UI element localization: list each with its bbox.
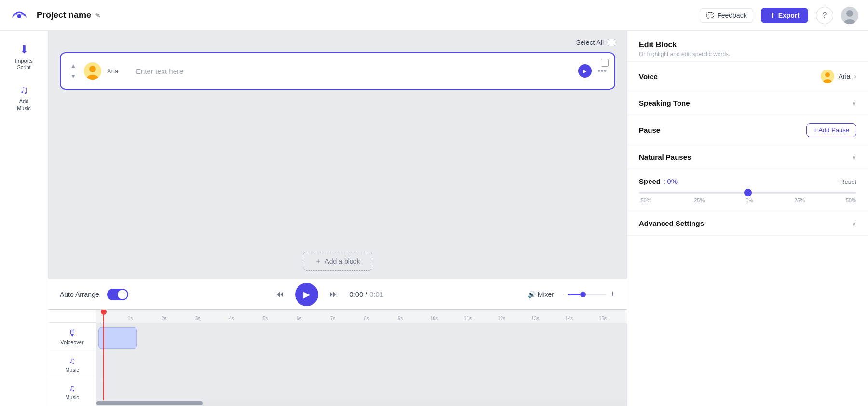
center-column: Select All ▲ ▼ xyxy=(48,31,627,406)
speed-reset-link[interactable]: Reset xyxy=(840,178,856,185)
svg-point-8 xyxy=(825,72,830,77)
timeline-ruler: 1s 2s 3s 4s 5s 6s 7s 8s 9s 10s 11s 12s 1… xyxy=(96,310,627,323)
feedback-label: Feedback xyxy=(717,12,746,19)
feedback-button[interactable]: 💬 Feedback xyxy=(700,8,753,23)
natural-pauses-section: Natural Pauses ∨ xyxy=(627,145,868,169)
script-topbar: Select All xyxy=(48,31,627,52)
header-right: 💬 Feedback ⬆ Export ? xyxy=(700,7,858,24)
zoom-in-button[interactable]: + xyxy=(610,289,615,299)
add-pause-button[interactable]: + Add Pause xyxy=(806,123,856,137)
natural-pauses-chevron: ∨ xyxy=(852,154,856,161)
export-label: Export xyxy=(778,12,800,19)
header: Project name ✎ 💬 Feedback ⬆ Export ? xyxy=(0,0,868,31)
speed-slider-container xyxy=(639,192,856,194)
ruler-tick-3s: 3s xyxy=(195,316,201,321)
timeline-scrollbar-thumb[interactable] xyxy=(96,401,203,405)
ruler-tick-12s: 12s xyxy=(498,316,505,321)
add-block-plus-icon: ＋ xyxy=(315,257,322,266)
timeline-tracks-cursor[interactable] xyxy=(103,323,104,400)
timeline-scrollbar[interactable] xyxy=(96,400,627,406)
script-block: ▲ ▼ Aria xyxy=(60,52,615,90)
timeline-music1-track xyxy=(96,352,627,381)
sidebar-item-imports[interactable]: ⬇ ImportsScript xyxy=(4,39,44,75)
timeline-main: 1s 2s 3s 4s 5s 6s 7s 8s 9s 10s 11s 12s 1… xyxy=(96,310,627,406)
text-input[interactable]: Enter text here xyxy=(132,65,572,77)
timeline-cursor[interactable] xyxy=(103,310,104,323)
skip-forward-button[interactable]: ⏭ xyxy=(326,287,341,302)
zoom-out-button[interactable]: − xyxy=(559,289,564,299)
speaking-tone-section: Speaking Tone ∨ xyxy=(627,91,868,115)
right-panel-header: Edit Block Or highlight and edit specifi… xyxy=(627,31,868,62)
block-arrow-up[interactable]: ▲ xyxy=(68,61,78,70)
auto-arrange-toggle[interactable] xyxy=(107,289,128,300)
timeline-label-music-2[interactable]: ♫ Music xyxy=(48,378,96,406)
zoom-slider[interactable] xyxy=(568,294,606,295)
project-name: Project name xyxy=(37,10,91,20)
edit-project-name-icon[interactable]: ✎ xyxy=(95,12,101,19)
speed-slider-thumb[interactable] xyxy=(744,189,752,196)
mixer-text: Mixer xyxy=(538,291,554,298)
sidebar-item-add-music[interactable]: ♫ AddMusic xyxy=(4,79,44,116)
music1-track-label: Music xyxy=(65,367,79,373)
export-button[interactable]: ⬆ Export xyxy=(761,8,808,23)
add-block-label: Add a block xyxy=(325,257,360,265)
select-all-area[interactable]: Select All xyxy=(576,39,615,46)
ruler-tick-7s: 7s xyxy=(330,316,336,321)
timeline-label-voiceover[interactable]: 🎙 Voiceover xyxy=(48,323,96,350)
help-button[interactable]: ? xyxy=(816,7,833,24)
voice-selection: Aria › xyxy=(821,70,856,83)
speed-mid-label: 0% xyxy=(746,197,753,203)
script-editor: Select All ▲ ▼ xyxy=(48,31,627,279)
music1-track-icon: ♫ xyxy=(69,356,76,366)
help-icon: ? xyxy=(823,11,827,20)
advanced-settings-section[interactable]: Advanced Settings ∧ xyxy=(627,211,868,236)
voiceover-track-label: Voiceover xyxy=(60,339,83,345)
zoom-thumb[interactable] xyxy=(580,292,586,297)
natural-pauses-row[interactable]: Natural Pauses ∨ xyxy=(627,145,868,169)
ruler-tick-1s: 1s xyxy=(128,316,133,321)
zoom-controls: − + xyxy=(559,289,615,299)
bottom-controls: Auto Arrange ⏮ ▶ ⏭ 0:00 / 0:01 xyxy=(48,279,627,309)
speed-label-area: Speed : 0% xyxy=(639,177,678,186)
cursor-head xyxy=(101,310,107,315)
mixer-area: 🔊 Mixer − + xyxy=(528,289,615,299)
music2-track-label: Music xyxy=(65,394,79,400)
svg-point-2 xyxy=(846,10,853,17)
voiceover-block[interactable] xyxy=(98,327,137,349)
speaking-tone-row[interactable]: Speaking Tone ∨ xyxy=(627,91,868,115)
timeline-voiceover-track xyxy=(96,323,627,352)
right-panel-title: Edit Block xyxy=(639,41,856,49)
speed-value: 0% xyxy=(667,177,678,185)
imports-label: ImportsScript xyxy=(15,58,33,70)
add-pause-label: + Add Pause xyxy=(814,126,849,134)
speed-q3-label: 25% xyxy=(794,197,805,203)
timeline-label-music-1[interactable]: ♫ Music xyxy=(48,350,96,378)
user-avatar[interactable] xyxy=(841,7,858,24)
ruler-tick-13s: 13s xyxy=(531,316,539,321)
speed-section: Speed : 0% Reset -50% -25% 0% xyxy=(627,169,868,211)
block-more-button[interactable]: ••• xyxy=(597,66,607,76)
natural-pauses-label: Natural Pauses xyxy=(639,153,691,161)
add-block-button[interactable]: ＋ Add a block xyxy=(303,252,372,271)
add-block-area: ＋ Add a block xyxy=(48,244,627,279)
export-icon: ⬆ xyxy=(770,12,775,19)
voice-section-label: Voice xyxy=(639,72,658,81)
timeline-track-labels: 🎙 Voiceover ♫ Music ♫ Music xyxy=(48,310,96,406)
voice-chevron-right: › xyxy=(854,72,856,80)
speed-slider[interactable] xyxy=(639,192,856,194)
app-logo xyxy=(10,6,29,25)
voice-section-row[interactable]: Voice Aria › xyxy=(627,62,868,91)
skip-back-button[interactable]: ⏮ xyxy=(272,287,287,302)
block-arrows: ▲ ▼ xyxy=(68,61,78,81)
speed-max-label: 50% xyxy=(846,197,856,203)
speed-q1-label: -25% xyxy=(692,197,705,203)
timeline-music2-track xyxy=(96,381,627,400)
block-checkbox[interactable] xyxy=(601,59,609,67)
block-arrow-down[interactable]: ▼ xyxy=(68,71,78,81)
svg-point-0 xyxy=(17,14,21,18)
play-button[interactable]: ▶ xyxy=(295,283,318,306)
block-play-button[interactable]: ▶ xyxy=(578,64,592,78)
select-all-checkbox[interactable] xyxy=(608,39,615,46)
voice-avatar xyxy=(84,62,101,80)
speed-label: Speed xyxy=(639,177,661,185)
